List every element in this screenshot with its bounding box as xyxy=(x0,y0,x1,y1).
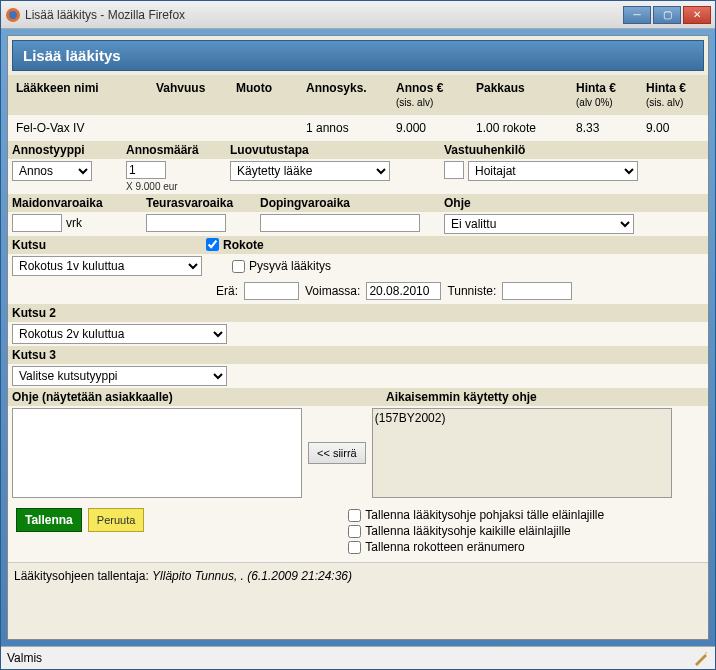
window-title: Lisää lääkitys - Mozilla Firefox xyxy=(25,8,623,22)
annosmaara-note: X 9.000 eur xyxy=(126,181,226,192)
varoaika-header: Maidonvaroaika Teurasvaroaika Dopingvaro… xyxy=(8,194,708,212)
ohje-select[interactable]: Ei valittu xyxy=(444,214,634,234)
aikaisemmin-textarea[interactable]: (157BY2002) xyxy=(372,408,672,498)
status-text: Valmis xyxy=(7,651,42,665)
ohje-row: << siirrä (157BY2002) xyxy=(8,406,708,500)
ohje-header: Ohje (näytetään asiakkaalle) Aikaisemmin… xyxy=(8,388,708,406)
siirra-button[interactable]: << siirrä xyxy=(308,442,366,464)
voimassa-input[interactable] xyxy=(366,282,441,300)
kutsu2-header: Kutsu 2 xyxy=(8,304,708,322)
med-table-header: Lääkkeen nimi Vahvuus Muoto Annosyks. An… xyxy=(8,75,708,115)
save-opt2-checkbox[interactable] xyxy=(348,525,361,538)
vastuu-prefix-input[interactable] xyxy=(444,161,464,179)
dose-header-row: Annostyyppi Annosmäärä Luovutustapa Vast… xyxy=(8,141,708,159)
col-vahvuus: Vahvuus xyxy=(152,79,232,111)
kutsu3-select[interactable]: Valitse kutsutyyppi xyxy=(12,366,227,386)
doping-input[interactable] xyxy=(260,214,420,232)
kutsu-header: Kutsu Rokote xyxy=(8,236,708,254)
page-title: Lisää lääkitys xyxy=(12,40,704,71)
save-row: Tallenna Peruuta Tallenna lääkitysohje p… xyxy=(8,500,708,562)
kutsu1-select[interactable]: Rokotus 1v kuluttua xyxy=(12,256,202,276)
luovutustapa-select[interactable]: Käytetty lääke xyxy=(230,161,390,181)
save-opt1-checkbox[interactable] xyxy=(348,509,361,522)
vastuuhenkilo-select[interactable]: Hoitajat xyxy=(468,161,638,181)
maidon-input[interactable] xyxy=(12,214,62,232)
firefox-icon xyxy=(5,7,21,23)
footer-info: Lääkitysohjeen tallentaja: Ylläpito Tunn… xyxy=(8,562,708,589)
peruuta-button[interactable]: Peruuta xyxy=(88,508,145,532)
kutsu2-row: Rokotus 2v kuluttua xyxy=(8,322,708,346)
col-annose: Annos €(sis. alv) xyxy=(392,79,472,111)
col-hintaalv: Hinta €(sis. alv) xyxy=(642,79,702,111)
kutsu3-row: Valitse kutsutyyppi xyxy=(8,364,708,388)
annosmaara-input[interactable] xyxy=(126,161,166,179)
rokote-checkbox[interactable] xyxy=(206,238,219,251)
tunniste-input[interactable] xyxy=(502,282,572,300)
kutsu2-select[interactable]: Rokotus 2v kuluttua xyxy=(12,324,227,344)
med-table-row: Fel-O-Vax IV 1 annos 9.000 1.00 rokote 8… xyxy=(8,115,708,141)
wand-icon[interactable] xyxy=(693,650,709,666)
svg-point-1 xyxy=(9,11,17,19)
col-hinta0: Hinta €(alv 0%) xyxy=(572,79,642,111)
kutsu3-header: Kutsu 3 xyxy=(8,346,708,364)
close-button[interactable]: ✕ xyxy=(683,6,711,24)
tallenna-button[interactable]: Tallenna xyxy=(16,508,82,532)
pysyva-checkbox[interactable] xyxy=(232,260,245,273)
varoaika-row: vrk Ei valittu xyxy=(8,212,708,236)
era-input[interactable] xyxy=(244,282,299,300)
ohje-textarea[interactable] xyxy=(12,408,302,498)
minimize-button[interactable]: ─ xyxy=(623,6,651,24)
svg-point-2 xyxy=(705,652,707,654)
col-name: Lääkkeen nimi xyxy=(12,79,152,111)
col-muoto: Muoto xyxy=(232,79,302,111)
save-opt3-checkbox[interactable] xyxy=(348,541,361,554)
annostyyppi-select[interactable]: Annos xyxy=(12,161,92,181)
teuras-input[interactable] xyxy=(146,214,226,232)
maximize-button[interactable]: ▢ xyxy=(653,6,681,24)
col-annosyks: Annosyks. xyxy=(302,79,392,111)
dose-input-row: Annos X 9.000 eur Käytetty lääke Hoitaja… xyxy=(8,159,708,194)
col-pakkaus: Pakkaus xyxy=(472,79,572,111)
titlebar: Lisää lääkitys - Mozilla Firefox ─ ▢ ✕ xyxy=(1,1,715,29)
status-bar: Valmis xyxy=(1,646,715,669)
kutsu-row: Rokotus 1v kuluttua Pysyvä lääkitys Erä:… xyxy=(8,254,708,304)
